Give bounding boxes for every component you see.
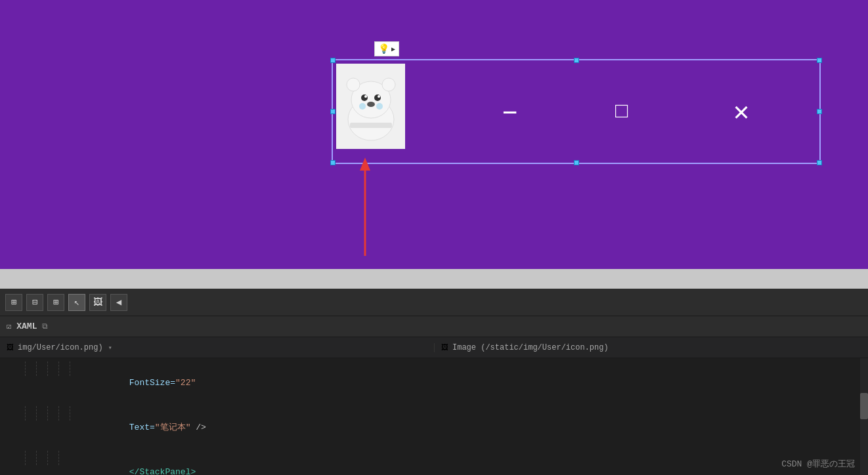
red-arrow [358, 157, 372, 262]
bc-right-text: Image (/static/img/User/icon.png) [452, 343, 609, 352]
close-button[interactable]: ✕ [733, 96, 749, 128]
svg-point-4 [361, 94, 368, 101]
maximize-button[interactable]: □ [615, 100, 628, 124]
toolbar-btn-layout[interactable]: ⊞ [47, 294, 64, 311]
svg-point-2 [347, 78, 360, 91]
toolbar-btn-snap[interactable]: ⊟ [26, 294, 43, 311]
indent-3 [20, 451, 98, 465]
scrollbar-track[interactable] [860, 358, 868, 475]
handle-bl [330, 160, 336, 165]
code-line-3: </StackPanel> [0, 450, 868, 475]
indent-1 [20, 361, 98, 376]
svg-point-8 [367, 102, 375, 107]
handle-ml [330, 109, 336, 114]
breadcrumb-right: 🖼 Image (/static/img/User/icon.png) [434, 343, 868, 352]
svg-point-7 [378, 95, 380, 98]
code-text-3: </StackPanel> [98, 451, 196, 475]
bc-left-dropdown[interactable]: ▾ [108, 344, 112, 352]
gray-strip [0, 269, 868, 289]
svg-point-6 [364, 95, 367, 98]
scrollbar-thumb[interactable] [860, 393, 868, 419]
preview-area: 💡 ▶ [0, 0, 868, 269]
minimize-button[interactable]: — [504, 100, 516, 124]
xaml-bar: ☑ XAML ⧉ [0, 316, 868, 337]
hint-badge: 💡 ▶ [374, 41, 399, 56]
handle-br [817, 160, 822, 165]
handle-bm [574, 160, 579, 165]
code-text-2: Text="笔记本" /> [98, 406, 206, 449]
toolbar-btn-select[interactable]: ↖ [68, 294, 85, 311]
svg-point-9 [359, 103, 366, 110]
bear-image [336, 64, 405, 149]
svg-point-10 [376, 103, 383, 110]
handle-tm [574, 58, 579, 63]
xaml-label: XAML [16, 321, 37, 331]
toolbar: ⊞ ⊟ ⊞ ↖ 🖼 ◀ [0, 289, 868, 316]
svg-point-5 [374, 94, 381, 101]
code-editor: FontSize="22" Text="笔记本" /> </StackPanel… [0, 358, 868, 475]
toolbar-btn-image[interactable]: 🖼 [89, 294, 106, 311]
indent-2 [20, 406, 98, 421]
toolbar-btn-back[interactable]: ◀ [110, 294, 127, 311]
xaml-checkbox: ☑ [7, 321, 11, 331]
code-text-1: FontSize="22" [98, 361, 196, 405]
breadcrumb-bar: 🖼 img/User/icon.png) ▾ 🖼 Image (/static/… [0, 337, 868, 358]
window-frame: — □ ✕ [332, 59, 821, 164]
arrow-right-icon: ▶ [391, 45, 395, 53]
svg-rect-11 [350, 123, 392, 128]
bulb-icon: 💡 [378, 43, 389, 54]
xaml-external-icon[interactable]: ⧉ [42, 322, 48, 331]
handle-mr [817, 109, 822, 114]
code-line-1: FontSize="22" [0, 361, 868, 405]
bear-svg [341, 70, 401, 142]
breadcrumb-left: 🖼 img/User/icon.png) ▾ [0, 343, 434, 352]
bc-left-icon: 🖼 [7, 343, 14, 352]
handle-tl [330, 58, 336, 63]
handle-tr [817, 58, 822, 63]
csdn-watermark: CSDN @罪恶の王冠 [781, 458, 855, 470]
bc-right-icon: 🖼 [441, 343, 448, 352]
code-line-2: Text="笔记本" /> [0, 405, 868, 450]
bc-left-text: img/User/icon.png) [18, 343, 103, 352]
toolbar-btn-grid[interactable]: ⊞ [5, 294, 22, 311]
svg-point-3 [382, 78, 395, 91]
